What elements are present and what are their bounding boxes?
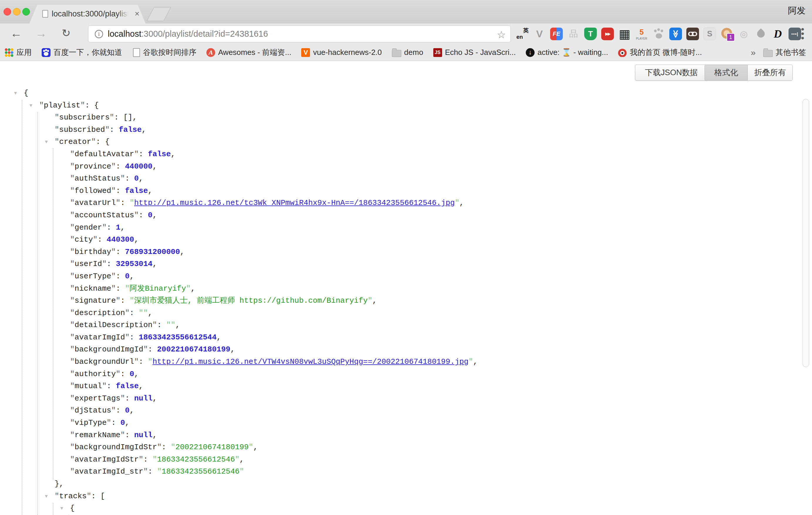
bookmark-item[interactable]: 谷歌按时间排序 [132, 47, 196, 58]
format-button[interactable]: 格式化 [705, 65, 748, 81]
collapse-triangle-icon[interactable]: ▼ [30, 100, 33, 112]
json-segment: " [116, 370, 121, 378]
json-segment: 32953014 [116, 260, 153, 268]
bookmark-item[interactable]: 应用 [5, 47, 32, 58]
json-segment: : [120, 199, 129, 207]
json-segment: : [116, 406, 125, 415]
json-segment: false [148, 150, 171, 159]
download-json-button[interactable]: 下载JSON数据 [635, 65, 708, 81]
json-segment: : [125, 174, 134, 183]
json-row: "province": 440000, [0, 161, 804, 173]
d-extension-icon[interactable] [772, 28, 784, 40]
back-icon[interactable]: ← [7, 24, 25, 44]
bookmark-item[interactable]: 我的首页 微博-随时... [618, 47, 702, 58]
collapse-triangle-icon[interactable]: ▼ [14, 87, 17, 100]
h5player-icon[interactable] [635, 28, 648, 40]
window-minimize-button[interactable] [13, 8, 21, 16]
forward-icon: → [32, 24, 50, 44]
vue-devtools-icon[interactable] [533, 28, 546, 40]
json-segment: gender [75, 223, 102, 232]
profile-name[interactable]: 阿发 [788, 5, 806, 17]
json-segment: " [70, 431, 75, 439]
json-segment: , [459, 199, 464, 207]
mask-proxy-icon[interactable] [686, 28, 699, 40]
json-segment: , [175, 321, 180, 330]
browser-tab[interactable]: localhost:3000/playlist/detail?i × [29, 5, 146, 24]
address-bar[interactable]: i localhost:3000/playlist/detail?id=2438… [88, 26, 511, 42]
json-row: ▼"tracks": [ [0, 490, 804, 503]
json-segment: , [148, 187, 153, 195]
shield-t-icon[interactable] [584, 28, 597, 40]
fe-helper-icon[interactable] [550, 28, 563, 40]
json-segment: : [139, 150, 148, 159]
bookmark-star-icon[interactable]: ☆ [497, 29, 506, 40]
json-segment: " [468, 357, 473, 366]
other-bookmarks-folder[interactable]: 其他书签 [763, 47, 806, 58]
window-close-button[interactable] [3, 8, 11, 16]
active-icon: ↓ [526, 48, 534, 57]
js-icon: JS [433, 48, 442, 57]
video-speed-icon[interactable] [601, 28, 614, 40]
weibo-notify-icon[interactable] [737, 28, 750, 40]
browser-menu-icon[interactable]: ••• [797, 27, 809, 40]
sitemap-icon[interactable] [567, 28, 580, 40]
json-segment: " [239, 467, 244, 476]
json-segment: " [157, 467, 162, 476]
json-segment: avatarImgId [75, 333, 125, 342]
bookmark-label: demo [404, 48, 423, 57]
json-segment: : [157, 321, 166, 330]
extensions-strip [516, 24, 801, 44]
hummingbird-icon[interactable] [754, 28, 767, 40]
fatkun-download-icon[interactable] [669, 28, 682, 40]
json-segment: "" [166, 321, 175, 330]
bookmark-item[interactable]: demo [392, 48, 423, 57]
json-segment: " [70, 467, 75, 476]
bookmark-item[interactable]: Vvue-hackernews-2.0 [301, 48, 382, 57]
json-segment: " [70, 187, 75, 195]
bookmark-item[interactable]: ↓active: ⌛ - waiting... [526, 48, 608, 57]
bookmark-item[interactable]: AAwesomes - 前端资... [206, 47, 291, 58]
json-link[interactable]: http://p1.music.126.net/tc3Wk_XNPmwiR4hx… [134, 199, 455, 207]
json-segment: 768931200000 [125, 248, 180, 256]
json-segment: : { [85, 101, 99, 110]
json-segment: : [116, 284, 125, 293]
json-segment: " [102, 223, 107, 232]
json-segment: description [75, 309, 125, 317]
tab-title-fade [117, 8, 132, 21]
json-row: "backgroundUrl": "http://p1.music.126.ne… [0, 356, 804, 368]
json-segment: " [235, 455, 239, 464]
bookmarks-overflow-icon[interactable]: » [751, 48, 756, 58]
bookmark-item[interactable]: JSEcho JS - JavaScri... [433, 48, 516, 57]
json-segment: " [111, 284, 116, 293]
json-link[interactable]: http://p1.music.126.net/VTW4vsN08vwL3uSQ… [152, 357, 468, 366]
paw-icon[interactable] [652, 28, 665, 40]
json-row: "authStatus": 0, [0, 173, 804, 185]
tab-close-icon[interactable]: × [133, 9, 142, 18]
qr-code-icon[interactable] [618, 28, 631, 40]
new-tab-button[interactable] [146, 7, 171, 21]
bookmark-item[interactable]: 百度一下，你就知道 [42, 47, 122, 58]
json-segment: { [24, 89, 28, 97]
json-segment: authStatus [75, 174, 120, 183]
json-row: "avatarImgIdStr": "18633423556612546", [0, 454, 804, 466]
json-segment: " [107, 419, 111, 427]
url-text[interactable]: localhost:3000/playlist/detail?id=243816… [108, 29, 268, 39]
json-segment: backgroundImgIdStr [75, 443, 157, 452]
s-extension-icon[interactable] [703, 28, 716, 40]
monkey-icon[interactable] [720, 28, 733, 40]
reload-icon[interactable]: ↻ [57, 24, 75, 44]
collapse-triangle-icon[interactable]: ▼ [45, 491, 48, 503]
info-icon[interactable]: i [95, 30, 103, 38]
json-segment: " [120, 174, 125, 183]
json-segment: false [119, 125, 142, 134]
collapse-triangle-icon[interactable]: ▼ [45, 136, 48, 149]
json-segment: subscribed [59, 125, 105, 134]
collapse-triangle-icon[interactable]: ▼ [60, 503, 63, 515]
json-segment: : [116, 162, 125, 171]
translate-icon[interactable] [516, 28, 529, 40]
scrollbar-thumb[interactable] [803, 99, 809, 367]
json-segment: , [120, 223, 125, 232]
window-maximize-button[interactable] [22, 8, 30, 16]
json-segment: : [139, 357, 148, 366]
collapse-all-button[interactable]: 折叠所有 [748, 65, 792, 81]
